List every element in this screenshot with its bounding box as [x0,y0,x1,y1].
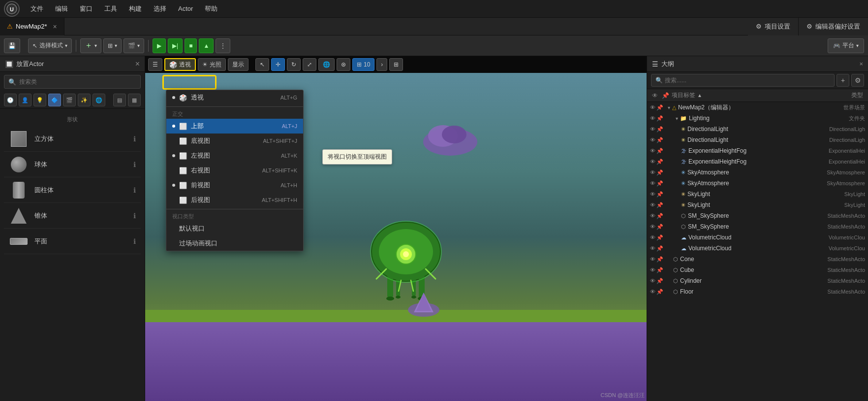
viewport-perspective-button[interactable]: 🎲 透视 [164,58,196,71]
shape-item-cube[interactable]: 立方体 ℹ [4,126,141,152]
filter-recent[interactable]: 🕐 [4,94,17,106]
cube-3d-icon [11,131,27,147]
viewport-scale-tool[interactable]: ⤢ [303,58,316,71]
outline-item-skyatmo-1[interactable]: 👁 📌 ✳ SkyAtmosphere SkyAtmosphere [647,167,868,178]
dropdown-item-cinematic-viewport[interactable]: 过场动画视口 [166,236,303,251]
outline-item-volcld-1[interactable]: 👁 📌 ☁ VolumetricCloud VolumetricClou [647,232,868,243]
viewport-surface-button[interactable]: ⊛ [337,58,350,71]
menu-tools[interactable]: 工具 [99,2,122,15]
filter-view2[interactable]: ▦ [128,94,141,106]
outline-item-floor[interactable]: 👁 📌 ⬡ Floor StaticMeshActo [647,286,868,297]
outline-item-skylight-2[interactable]: 👁 📌 ✳ SkyLight SkyLight [647,200,868,210]
search-input[interactable] [19,78,136,85]
filter-actors[interactable]: 👤 [19,94,31,106]
viewport-settings-button[interactable]: ⊞ [389,58,403,71]
add-actor-button[interactable]: ＋ ▾ [80,38,101,53]
anim-button[interactable]: 🎬 ▾ [124,38,144,53]
shape-item-cone[interactable]: 锥体 ℹ [4,203,141,229]
filter-fx[interactable]: ✨ [78,94,91,106]
filter-shapes[interactable]: 🔷 [48,94,61,106]
shape-item-plane[interactable]: 平面 ℹ [4,229,141,254]
outline-search-input[interactable] [665,77,830,84]
menu-build[interactable]: 构建 [124,2,147,15]
tab-editor-prefs[interactable]: ⚙ 编辑器偏好设置 [799,18,868,35]
filter-cinema[interactable]: 🎬 [63,94,76,106]
tab-project-settings[interactable]: ⚙ 项目设置 [748,18,798,35]
viewport-move-tool[interactable]: ✛ [271,58,285,71]
outline-item-skyatmo-2[interactable]: 👁 📌 ✳ SkyAtmosphere SkyAtmosphere [647,178,868,189]
filter-lights[interactable]: 💡 [33,94,46,106]
outline-item-skylight-1[interactable]: 👁 📌 ✳ SkyLight SkyLight [647,189,868,200]
menu-window[interactable]: 窗口 [75,2,97,15]
ehf2-eye: 👁 [650,159,655,165]
cylinder-info-icon[interactable]: ℹ [133,186,136,194]
outline-close-button[interactable]: × [859,60,863,67]
outline-item-cone[interactable]: 👁 📌 ⬡ Cone StaticMeshActo [647,254,868,265]
eject-button[interactable]: ▲ [199,38,214,53]
main-layout: 🔲 放置Actor × 🔍 🕐 👤 💡 🔷 🎬 ✨ 🌐 ▤ ▦ 形状 [0,56,868,401]
outline-item-smsky-2[interactable]: 👁 📌 ⬡ SM_SkySphere StaticMeshActo [647,221,868,232]
save-button[interactable]: 💾 [4,38,20,53]
svg-marker-25 [416,293,431,311]
outline-item-cube[interactable]: 👁 📌 ⬡ Cube StaticMeshActo [647,265,868,275]
viewport-rotate-tool[interactable]: ↻ [287,58,301,71]
viewport-show-button[interactable]: 显示 [228,58,248,71]
menu-select[interactable]: 选择 [149,2,171,15]
menu-help[interactable]: 帮助 [200,2,222,15]
outline-item-dirlight-1[interactable]: 👁 📌 ✳ DirectionalLight DirectionalLigh [647,124,868,134]
tab-close-icon[interactable]: × [53,23,57,31]
viewport-select-tool[interactable]: ↖ [255,58,269,71]
shape-item-sphere[interactable]: 球体 ℹ [4,152,141,177]
menu-file[interactable]: 文件 [26,2,48,15]
dropdown-item-bottom[interactable]: ⬜ 底视图 ALT+SHIFT+J [166,134,303,148]
menu-actor[interactable]: Actor [173,3,198,14]
menu-edit[interactable]: 编辑 [50,2,73,15]
outline-item-lighting-folder[interactable]: 👁 📌 ▾ 📁 Lighting 文件夹 [647,113,868,124]
viewport-menu-button[interactable]: ☰ [148,58,162,71]
panel-close-button[interactable]: × [135,60,140,68]
dropdown-item-top[interactable]: ⬜ 上部 ALT+J [166,119,303,134]
outline-item-expheightfog-1[interactable]: 👁 📌 🌫 ExponentialHeightFog ExponentialHe… [647,145,868,156]
lighting-expand-icon[interactable]: ▾ [673,115,680,122]
select-mode-button[interactable]: ↖ 选择模式 ▾ [28,38,72,53]
outline-settings-button[interactable]: ⚙ [851,74,864,87]
dropdown-item-default-viewport[interactable]: 默认视口 [166,221,303,236]
vc2-icon: ☁ [681,245,686,252]
viewport-more-button[interactable]: › [376,58,387,71]
viewport-lighting-button[interactable]: ☀ 光照 [198,58,226,71]
viewport-grid-button[interactable]: ⊞ 10 [352,58,374,71]
filter-geo[interactable]: 🌐 [93,94,105,106]
shape-item-cylinder[interactable]: 圆柱体 ℹ [4,177,141,203]
plane-info-icon[interactable]: ℹ [133,237,136,245]
platform-label: 平台 [842,41,854,50]
smsky1-name: SM_SkySphere [688,212,796,219]
outline-item-root[interactable]: 👁 📌 ▾ △ NewMap2（编辑器） 世界场景 [647,102,868,113]
outline-item-volcld-2[interactable]: 👁 📌 ☁ VolumetricCloud VolumetricClou [647,243,868,254]
cone-info-icon[interactable]: ℹ [133,212,136,220]
outline-item-smsky-1[interactable]: 👁 📌 ⬡ SM_SkySphere StaticMeshActo [647,210,868,221]
play-alt-button[interactable]: ▶| [168,38,183,53]
filter-view1[interactable]: ▤ [113,94,126,106]
col-name-header[interactable]: 👁 📌 项目标签 ▲ [652,91,794,100]
viewport[interactable]: ☰ 🎲 透视 ☀ 光照 显示 ↖ ✛ ↻ ⤢ 🌐 ⊛ ⊞ 10 › [145,56,647,401]
dropdown-item-back[interactable]: ⬜ 后视图 ALT+SHIFT+H [166,193,303,207]
stop-button[interactable]: ■ [185,38,197,53]
more-options-button[interactable]: ⋮ [216,38,230,53]
dropdown-item-right[interactable]: ⬜ 右视图 ALT+SHIFT+K [166,163,303,178]
platform-button[interactable]: 🎮 平台 ▾ [828,38,864,53]
outline-item-cylinder[interactable]: 👁 📌 ⬡ Cylinder StaticMeshActo [647,275,868,286]
viewport-globe-button[interactable]: 🌐 [318,58,335,71]
outline-item-dirlight-2[interactable]: 👁 📌 ✳ DirectionalLight DirectionalLigh [647,134,868,145]
grid-snap-button[interactable]: ⊞ ▾ [103,38,122,53]
sphere-info-icon[interactable]: ℹ [133,161,136,168]
sl1-type: SkyLight [796,191,865,197]
dropdown-item-front[interactable]: ⬜ 前视图 ALT+H [166,178,303,193]
dropdown-item-left[interactable]: ⬜ 左视图 ALT+K [166,148,303,163]
cube-info-icon[interactable]: ℹ [133,135,136,143]
outline-item-expheightfog-2[interactable]: 👁 📌 🌫 ExponentialHeightFog ExponentialHe… [647,156,868,167]
dropdown-item-perspective[interactable]: 🎲 透视 ALT+G [166,90,303,105]
outline-add-button[interactable]: + [837,74,849,87]
root-expand-icon[interactable]: ▾ [665,104,672,111]
tab-newmap[interactable]: ⚠ NewMap2* × [0,18,64,35]
play-button[interactable]: ▶ [153,38,166,53]
